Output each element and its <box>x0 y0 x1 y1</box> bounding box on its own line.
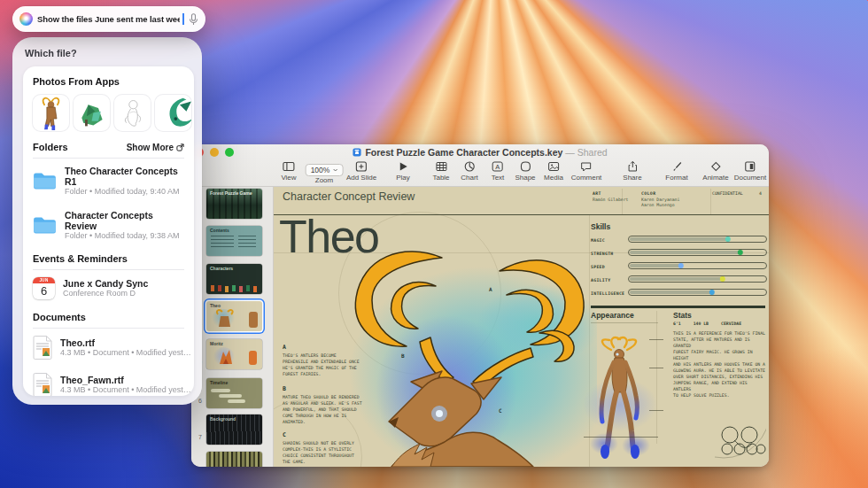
slide-thumbnail-characters[interactable]: Characters <box>206 264 262 294</box>
skill-bar-speed <box>628 262 767 269</box>
thumb-fox-art <box>214 346 237 368</box>
slide-canvas[interactable]: Character Concept Review ART Ramón Gilab… <box>273 187 769 467</box>
toolbar-add-slide-button[interactable]: Add Slide <box>346 160 376 182</box>
theo-character-illustration <box>340 240 597 467</box>
window-title: Forest Puzzle Game Character Concepts.ke… <box>191 147 769 158</box>
microphone-icon[interactable] <box>189 13 198 26</box>
play-icon <box>396 160 410 174</box>
thumb-deer-art <box>212 307 238 330</box>
folder-row[interactable]: Theo Character Concepts R1Folder • Modif… <box>33 159 184 203</box>
table-icon <box>432 160 449 174</box>
event-row[interactable]: JUN 6 June x Candy SyncConference Room D <box>33 270 184 306</box>
appearance-heading: Appearance <box>591 311 634 320</box>
photo-result-green-creature[interactable] <box>74 95 110 131</box>
toolbar-media-button[interactable]: Media <box>544 160 563 182</box>
rtf-document-icon <box>33 373 52 396</box>
toolbar-text-button[interactable]: A Text <box>492 160 505 182</box>
baseline-guide <box>584 437 658 438</box>
documents-section-title: Documents <box>33 312 86 322</box>
slide-thumbnail-moritz[interactable]: Moritz <box>206 339 262 369</box>
keynote-app-icon <box>353 148 361 157</box>
zoom-value[interactable]: 100% <box>306 164 344 176</box>
stats-description: THIS IS A REFERENCE FOR THEO'S FINAL STA… <box>673 330 766 399</box>
skill-bar-agility <box>628 275 767 283</box>
toolbar-zoom-control[interactable]: 100% Zoom <box>306 160 344 184</box>
toolbar-animate-button[interactable]: Animate <box>702 160 728 182</box>
skill-bar-magic <box>628 236 767 243</box>
skills-heading: Skills <box>591 222 610 231</box>
annotation-a: A THEO'S ANTLERS BECOME PREHENSILE AND E… <box>283 344 373 377</box>
add-slide-icon <box>346 160 376 174</box>
svg-text:A: A <box>495 163 500 171</box>
slide-page-number: 4 <box>759 191 762 198</box>
rtf-document-icon <box>33 336 52 360</box>
document-icon <box>734 160 766 174</box>
window-chrome: Forest Puzzle Game Character Concepts.ke… <box>191 144 769 187</box>
slide-thumbnail-contents[interactable]: Contents <box>206 226 262 256</box>
titlebar[interactable]: Forest Puzzle Game Character Concepts.ke… <box>191 144 769 159</box>
panel-question: Which file? <box>25 48 194 58</box>
view-icon <box>281 160 296 174</box>
siri-search-bar[interactable]: Show the files June sent me last week <box>12 6 205 32</box>
toolbar-document-button[interactable]: Document <box>734 160 766 182</box>
events-section-title: Events & Reminders <box>33 253 128 264</box>
chevron-down-icon <box>332 168 337 172</box>
text-icon: A <box>492 160 505 174</box>
slide-navigator: 1 Forest Puzzle Game 2 Contents 3 Charac… <box>191 187 273 467</box>
toolbar-share-button[interactable]: Share <box>623 160 641 182</box>
credit-art: ART Ramón Gilabert <box>593 191 628 203</box>
animate-icon <box>702 160 728 174</box>
toolbar-view-button[interactable]: View <box>281 160 296 182</box>
photos-section-title: Photos From Apps <box>33 76 120 87</box>
shape-icon <box>515 160 535 174</box>
photo-result-deer[interactable] <box>33 95 69 131</box>
skill-bar-strength <box>628 249 767 256</box>
skill-bar-intelligence <box>628 289 767 296</box>
slide-thumbnail-forest-puzzle-game[interactable]: Forest Puzzle Game <box>206 189 262 219</box>
results-card: Photos From Apps <box>23 66 194 396</box>
folder-icon <box>33 216 57 235</box>
photo-results <box>33 95 184 131</box>
folder-row[interactable]: Character Concepts ReviewFolder • Modifi… <box>33 203 184 247</box>
stats-values: 6'1140 LBCERVIDAE <box>673 321 754 326</box>
shared-badge: — Shared <box>565 147 607 158</box>
annotation-c: C SHADING SHOULD NOT BE OVERLY COMPLEX-T… <box>283 431 373 465</box>
slide-number: 7 <box>193 434 202 440</box>
show-more-button[interactable]: Show More <box>127 143 184 152</box>
toolbar-format-button[interactable]: Format <box>665 160 687 182</box>
art-mark-a: A <box>489 286 492 292</box>
folders-section-title: Folders <box>33 142 68 152</box>
slide-thumbnail-theo-selected[interactable]: Theo <box>206 301 262 331</box>
share-icon <box>623 160 641 174</box>
document-row[interactable]: Theo_Fawn.rtf4.3 MB • Document • Modifie… <box>33 366 184 396</box>
art-mark-c: C <box>499 407 502 414</box>
siri-results-panel: Which file? Photos From Apps <box>12 37 202 405</box>
keynote-window: Forest Puzzle Game Character Concepts.ke… <box>191 144 769 467</box>
stats-heading: Stats <box>673 311 692 320</box>
document-row[interactable]: Theo.rtf4.3 MB • Document • Modified yes… <box>33 329 184 366</box>
folder-icon <box>33 172 57 190</box>
siri-icon <box>19 12 33 26</box>
photo-result-sketch[interactable] <box>114 95 151 131</box>
toolbar-shape-button[interactable]: Shape <box>515 160 535 182</box>
slide-thumbnail-timeline[interactable]: Timeline <box>206 378 262 408</box>
slide-thumbnail-bamboo[interactable] <box>206 452 262 467</box>
toolbar: View 100% Zoom Add Slide Play Table <box>191 159 769 186</box>
format-icon <box>665 160 687 174</box>
confidential-label: CONFIDENTIAL <box>712 191 743 198</box>
slide-header-title: Character Concept Review <box>283 190 415 203</box>
annotation-b: B MATURE THEO SHOULD BE RENDERED AS ANGU… <box>283 385 373 425</box>
chart-icon <box>461 160 478 174</box>
desktop: Forest Puzzle Game Character Concepts.ke… <box>0 0 868 488</box>
toolbar-play-button[interactable]: Play <box>396 160 410 182</box>
section-divider <box>591 306 765 308</box>
toolbar-comment-button[interactable]: Comment <box>571 160 602 182</box>
text-cursor <box>182 13 184 25</box>
photo-result-dragon[interactable] <box>155 95 191 131</box>
credit-color: COLOR Karen Daryanani Aaron Musengo <box>641 191 679 209</box>
slide-thumbnail-background[interactable]: Background <box>206 414 262 445</box>
character-chips <box>211 285 214 291</box>
search-input[interactable]: Show the files June sent me last week <box>37 14 180 24</box>
toolbar-chart-button[interactable]: Chart <box>461 160 478 182</box>
toolbar-table-button[interactable]: Table <box>432 160 449 182</box>
